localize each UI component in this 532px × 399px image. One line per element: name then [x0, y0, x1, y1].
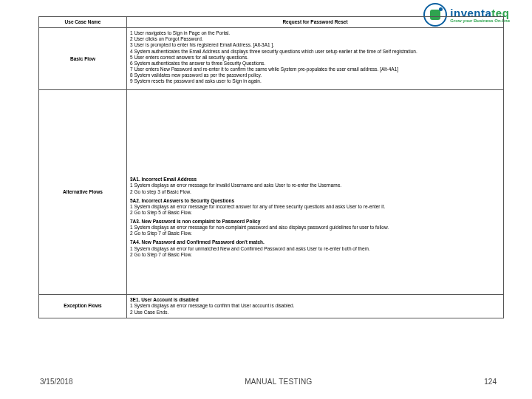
basic-flow-step: 6 System authenticates the answer to thr… [130, 61, 500, 66]
use-case-name-label: Use Case Name [39, 17, 127, 28]
basic-flow-step: 5 User enters correct answers for all se… [130, 55, 500, 61]
basic-flow-step: 9 System resets the password and asks us… [130, 78, 500, 84]
alternative-flows-cell: 3A1. Incorrect Email Address1 System dis… [127, 90, 504, 295]
exception-flows-label: Exception Flows [39, 295, 127, 318]
alt-flow-section-title: 7A3. New Password is non complaint to Pa… [130, 219, 500, 225]
exc-flow-section-title: 3E1. User Account is disabled [130, 297, 500, 303]
alt-flow-step: 2 Go to Step 7 of Basic Flow. [130, 231, 500, 236]
table-row: Basic Flow 1 User navigates to Sign in P… [39, 28, 504, 90]
footer-page-number: 124 [484, 378, 497, 386]
basic-flow-step: 4 System authenticates the Email Address… [130, 49, 500, 55]
basic-flow-step: 1 User navigates to Sign in Page on the … [130, 30, 500, 36]
exc-flow-step: 2 Use Case Ends. [130, 310, 500, 316]
basic-flow-step: 2 User clicks on Forgot Password. [130, 36, 500, 42]
use-case-table: Use Case Name Request for Password Reset… [38, 16, 504, 318]
exc-flow-step: 1 System displays an error message to co… [130, 303, 500, 309]
alt-flow-step: 2 Go to step 3 of Basic Flow. [130, 189, 500, 195]
alt-flow-step: 1 System displays an error for unmatched… [130, 246, 500, 252]
slide-footer: 3/15/2018 MANUAL TESTING 124 [0, 378, 532, 386]
footer-title: MANUAL TESTING [245, 378, 312, 386]
basic-flow-step: 7 User enters New Password and re-enter … [130, 66, 500, 72]
alt-flow-step: 1 System displays an error message for i… [130, 183, 500, 188]
table-row: Exception Flows 3E1. User Account is dis… [39, 295, 504, 318]
alt-flow-step: 1 System displays an error message for n… [130, 225, 500, 231]
alt-flow-step: 2 Go to Step 7 of Basic Flow. [130, 252, 500, 258]
basic-flow-step: 3 User is prompted to enter his register… [130, 42, 500, 48]
basic-flow-cell: 1 User navigates to Sign in Page on the … [127, 28, 504, 90]
table-row: Alternative Flows 3A1. Incorrect Email A… [39, 90, 504, 295]
basic-flow-step: 8 System validates new password as per t… [130, 72, 500, 78]
footer-date: 3/15/2018 [40, 378, 73, 386]
basic-flow-label: Basic Flow [39, 28, 127, 90]
alt-flow-step: 1 System displays an error message for i… [130, 204, 500, 210]
alt-flow-step: 2 Go to Step 5 of Basic Flow. [130, 210, 500, 216]
alt-flow-section-title: 7A4. New Password and Confirmed Password… [130, 239, 500, 245]
use-case-name-value: Request for Password Reset [127, 17, 504, 28]
alt-flow-section-title: 5A2. Incorrect Answers to Security Quest… [130, 198, 500, 204]
alternative-flows-label: Alternative Flows [39, 90, 127, 295]
exception-flows-cell: 3E1. User Account is disabled1 System di… [127, 295, 504, 318]
alt-flow-section-title: 3A1. Incorrect Email Address [130, 177, 500, 183]
table-row: Use Case Name Request for Password Reset [39, 17, 504, 28]
